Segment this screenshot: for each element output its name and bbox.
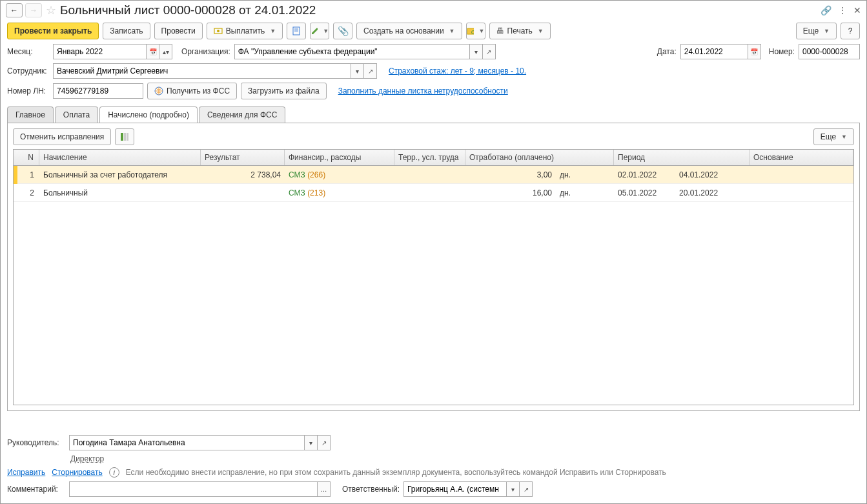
- col-accrual[interactable]: Начисление: [39, 150, 201, 165]
- paperclip-icon: 📎: [338, 26, 349, 36]
- tab-fss[interactable]: Сведения для ФСС: [199, 106, 285, 123]
- post-button[interactable]: Провести: [154, 23, 203, 39]
- link-icon[interactable]: 🔗: [821, 5, 831, 15]
- col-period[interactable]: Период: [614, 150, 750, 165]
- printer-icon: 🖶: [496, 26, 504, 35]
- info-text: Если необходимо внести исправление, но п…: [126, 468, 666, 477]
- comment-label: Комментарий:: [7, 485, 65, 494]
- reverse-link[interactable]: Сторнировать: [52, 468, 102, 477]
- save-button[interactable]: Записать: [103, 23, 150, 39]
- kebab-menu-icon[interactable]: ⋮: [838, 5, 847, 15]
- manager-dropdown-button[interactable]: ▾: [305, 435, 318, 450]
- table-row[interactable]: 1 Больничный за счет работодателя 2 738,…: [14, 166, 853, 184]
- attach-button[interactable]: 📎: [333, 23, 352, 39]
- manager-input[interactable]: [69, 435, 305, 450]
- col-terr[interactable]: Терр., усл. труда: [394, 150, 465, 165]
- more-button[interactable]: Еще▼: [796, 23, 837, 39]
- accruals-table: N Начисление Результат Финансир., расход…: [13, 149, 854, 405]
- col-basis[interactable]: Основание: [750, 150, 853, 165]
- comment-ellipsis-button[interactable]: …: [318, 481, 331, 497]
- folder-gear-icon: [467, 26, 474, 35]
- load-from-file-button[interactable]: Загрузить из файла: [241, 83, 327, 99]
- table-row[interactable]: 2 Больничный СМЗ (213) 16,00 дн. 05.01.2…: [14, 184, 853, 202]
- org-input[interactable]: [234, 44, 470, 59]
- post-and-close-button[interactable]: Провести и закрыть: [7, 23, 99, 39]
- ln-input[interactable]: [53, 83, 143, 99]
- responsible-input[interactable]: [403, 481, 507, 497]
- info-icon: i: [109, 467, 119, 478]
- svg-rect-8: [121, 133, 123, 141]
- pencil-icon: [311, 26, 318, 35]
- employee-input[interactable]: [53, 63, 351, 79]
- manager-position-link[interactable]: Директор: [70, 454, 104, 463]
- month-label: Месяц:: [7, 47, 49, 56]
- month-spinner-button[interactable]: ▴▾: [159, 44, 172, 59]
- print-button[interactable]: 🖶Печать▼: [489, 23, 551, 39]
- tab-main[interactable]: Главное: [7, 106, 54, 123]
- tab-payment[interactable]: Оплата: [55, 106, 98, 123]
- org-open-button[interactable]: ↗: [483, 44, 496, 59]
- globe-icon: [154, 86, 163, 96]
- ln-label: Номер ЛН:: [7, 86, 49, 96]
- col-n[interactable]: N: [14, 150, 39, 165]
- comment-input[interactable]: [69, 481, 318, 497]
- responsible-open-button[interactable]: ↗: [520, 481, 533, 497]
- responsible-dropdown-button[interactable]: ▾: [507, 481, 520, 497]
- cancel-corrections-button[interactable]: Отменить исправления: [13, 128, 111, 145]
- date-input[interactable]: [680, 44, 748, 59]
- help-button[interactable]: ?: [841, 23, 860, 39]
- svg-rect-9: [124, 133, 126, 141]
- org-label: Организация:: [181, 47, 230, 56]
- month-input[interactable]: [53, 44, 147, 59]
- report-button[interactable]: [287, 23, 306, 39]
- manager-open-button[interactable]: ↗: [318, 435, 331, 450]
- date-calendar-button[interactable]: 📅: [748, 44, 761, 59]
- org-dropdown-button[interactable]: ▾: [470, 44, 483, 59]
- fill-ln-link[interactable]: Заполнить данные листка нетрудоспособнос…: [338, 86, 508, 96]
- col-result[interactable]: Результат: [201, 150, 285, 165]
- page-title: Больничный лист 0000-000028 от 24.01.202…: [60, 3, 818, 17]
- employee-dropdown-button[interactable]: ▾: [351, 63, 364, 79]
- columns-icon: [120, 132, 129, 141]
- table-more-button[interactable]: Еще▼: [813, 128, 854, 145]
- employee-label: Сотрудник:: [7, 66, 49, 76]
- money-icon: [214, 26, 223, 35]
- col-worked[interactable]: Отработано (оплачено): [465, 150, 614, 165]
- manager-label: Руководитель:: [7, 438, 65, 447]
- fix-link[interactable]: Исправить: [7, 468, 45, 477]
- number-input[interactable]: [799, 44, 860, 59]
- date-label: Дата:: [657, 47, 677, 56]
- tabs-bar: Главное Оплата Начислено (подробно) Свед…: [1, 101, 866, 123]
- settings-button[interactable]: ▼: [466, 23, 485, 39]
- responsible-label: Ответственный:: [342, 485, 400, 494]
- nav-back-button[interactable]: ←: [6, 3, 23, 17]
- svg-point-1: [217, 30, 219, 32]
- nav-forward-button[interactable]: →: [25, 3, 42, 17]
- svg-rect-10: [127, 133, 128, 141]
- month-calendar-button[interactable]: 📅: [147, 44, 159, 59]
- get-from-fss-button[interactable]: Получить из ФСС: [147, 83, 237, 99]
- close-icon[interactable]: ✕: [853, 5, 861, 15]
- document-icon: [292, 26, 301, 35]
- col-finance[interactable]: Финансир., расходы: [285, 150, 394, 165]
- pay-button[interactable]: Выплатить▼: [207, 23, 283, 39]
- employee-open-button[interactable]: ↗: [364, 63, 377, 79]
- columns-button[interactable]: [115, 128, 134, 145]
- insurance-link[interactable]: Страховой стаж: лет - 9; месяцев - 10.: [389, 66, 526, 76]
- create-based-button[interactable]: Создать на основании▼: [356, 23, 462, 39]
- tab-accrued[interactable]: Начислено (подробно): [99, 106, 198, 123]
- svg-rect-5: [467, 28, 474, 34]
- favorite-star-icon[interactable]: ☆: [46, 3, 56, 17]
- number-label: Номер:: [769, 47, 795, 56]
- edit-button[interactable]: ▼: [310, 23, 329, 39]
